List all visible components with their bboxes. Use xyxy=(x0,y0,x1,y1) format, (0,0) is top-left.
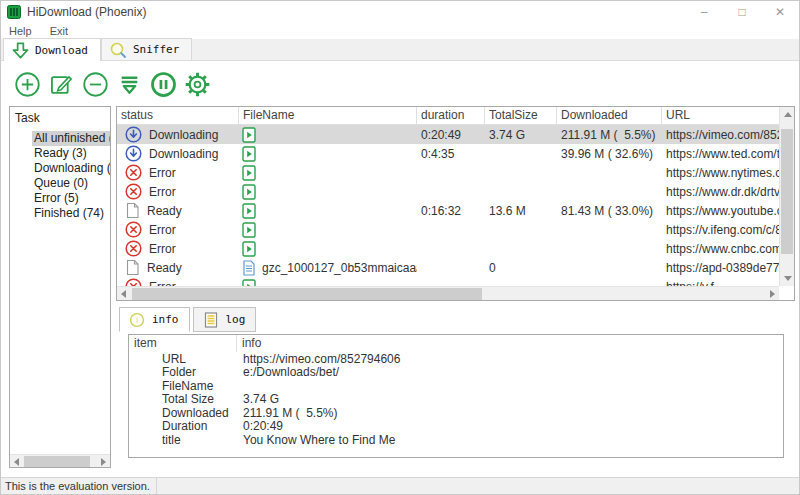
tab-log[interactable]: log xyxy=(193,307,257,332)
pause-all-button[interactable] xyxy=(150,71,177,98)
task-filter-label: All unfinished (10) xyxy=(32,131,111,146)
scrollbar-thumb[interactable] xyxy=(132,288,482,300)
url-value: https://www.cnbc.com/video xyxy=(666,242,779,256)
error-icon xyxy=(125,278,142,286)
status-cell: Error xyxy=(117,220,239,239)
info-row: Total Size3.74 G xyxy=(129,393,783,407)
remove-task-button[interactable] xyxy=(82,71,109,98)
task-filter-item[interactable]: Downloading (2) xyxy=(10,161,110,176)
column-header-status[interactable]: status xyxy=(117,107,239,124)
table-vertical-scrollbar[interactable] xyxy=(779,107,794,286)
status-cell: Error xyxy=(117,277,239,286)
filename-cell: gzc_1000127_0b53mmaicaaanyagli... xyxy=(239,258,417,277)
task-panel: Task All unfinished (10)Ready (3)Downloa… xyxy=(9,106,111,468)
menu-help[interactable]: Help xyxy=(9,25,32,37)
media-file-icon xyxy=(242,203,256,219)
tab-info[interactable]: info xyxy=(119,307,190,332)
edit-icon xyxy=(48,71,75,98)
status-label: Ready xyxy=(147,204,182,218)
duration-cell xyxy=(417,239,485,258)
tab-download[interactable]: Download xyxy=(3,38,101,61)
table-row[interactable]: Errorhttps://www.nytimes.com/vi xyxy=(117,163,779,182)
task-filter-item[interactable]: Ready (3) xyxy=(10,146,110,161)
downloaded-cell: 39.96 M ( 32.6%) xyxy=(557,144,662,163)
ready-icon xyxy=(125,259,140,276)
tab-sniffer[interactable]: Sniffer xyxy=(101,38,192,60)
menu-exit[interactable]: Exit xyxy=(50,25,68,37)
table-horizontal-scrollbar[interactable] xyxy=(117,286,779,300)
app-window: HiDownload (Phoenix) – □ ✕ Help Exit Dow… xyxy=(0,0,800,495)
info-row: URLhttps://vimeo.com/852794606 xyxy=(129,352,783,366)
task-filter-label: Queue (0) xyxy=(32,176,90,191)
url-value: https://vimeo.com/852794606 xyxy=(666,128,779,142)
downloaded-cell xyxy=(557,239,662,258)
column-header-url[interactable]: URL xyxy=(662,107,779,124)
url-cell: https://www.cnbc.com/video xyxy=(662,239,779,258)
add-task-button[interactable] xyxy=(14,71,41,98)
task-filter-item[interactable]: Error (5) xyxy=(10,191,110,206)
title-bar: HiDownload (Phoenix) – □ ✕ xyxy=(1,1,799,23)
scrollbar-thumb[interactable] xyxy=(24,456,90,467)
column-header-totalsize[interactable]: TotalSize xyxy=(485,107,557,124)
url-value: https://apd-0389de77382d2 xyxy=(666,261,779,275)
scroll-left-icon[interactable] xyxy=(121,290,126,298)
scroll-left-icon[interactable] xyxy=(14,458,19,466)
minimize-button[interactable]: – xyxy=(685,1,723,23)
close-button[interactable]: ✕ xyxy=(761,1,799,23)
totalsize-cell: 13.6 M xyxy=(485,201,557,220)
maximize-button[interactable]: □ xyxy=(723,1,761,23)
filename-cell xyxy=(239,163,417,182)
scrollbar-thumb[interactable] xyxy=(781,129,793,254)
totalsize-cell xyxy=(485,220,557,239)
scroll-right-icon[interactable] xyxy=(770,290,775,298)
totalsize-cell xyxy=(485,144,557,163)
table-row[interactable]: Ready0:16:3213.6 M81.43 M ( 33.0%)https:… xyxy=(117,201,779,220)
status-label: Error xyxy=(149,166,176,180)
column-header-filename[interactable]: FileName xyxy=(239,107,417,124)
downloaded-cell xyxy=(557,258,662,277)
column-header-downloaded[interactable]: Downloaded xyxy=(557,107,662,124)
scroll-right-icon[interactable] xyxy=(101,458,106,466)
duration-cell: 0:4:35 xyxy=(417,144,485,163)
scroll-up-icon[interactable] xyxy=(784,112,792,117)
tab-info-label: info xyxy=(152,313,179,326)
url-cell: https://apd-0389de77382d2 xyxy=(662,258,779,277)
pause-circle-icon xyxy=(150,71,177,98)
filename-cell xyxy=(239,220,417,239)
table-row[interactable]: Readygzc_1000127_0b53mmaicaaanyagli...0h… xyxy=(117,258,779,277)
url-cell: https://www.ted.com/talks/b xyxy=(662,144,779,163)
media-file-icon xyxy=(242,165,256,181)
window-title: HiDownload (Phoenix) xyxy=(27,5,146,19)
filename-cell xyxy=(239,125,417,144)
downloaded-value: 39.96 M ( 32.6%) xyxy=(561,147,653,161)
start-all-button[interactable] xyxy=(116,71,143,98)
magnifier-icon xyxy=(108,40,128,60)
table-row[interactable]: Errorhttps://www.dr.dk/drtv/se/k xyxy=(117,182,779,201)
info-row: Downloaded211.91 M ( 5.5%) xyxy=(129,406,783,420)
info-column-info: info xyxy=(237,335,783,352)
downloaded-cell xyxy=(557,182,662,201)
scroll-down-icon[interactable] xyxy=(784,276,792,281)
info-row: titleYou Know Where to Find Me xyxy=(129,433,783,447)
url-value: https://www.nytimes.com/vi xyxy=(666,166,779,180)
duration-cell: 0:16:32 xyxy=(417,201,485,220)
task-filter-item[interactable]: Finished (74) xyxy=(10,206,110,221)
table-row[interactable]: Errorhttps://www.cnbc.com/video xyxy=(117,239,779,258)
task-horizontal-scrollbar[interactable] xyxy=(10,454,110,467)
info-item-value: 3.74 G xyxy=(237,392,783,406)
column-header-duration[interactable]: duration xyxy=(417,107,485,124)
table-row[interactable]: Errorhttps://v.ifeng.com/c/8SKXt5 xyxy=(117,220,779,239)
status-label: Downloading xyxy=(149,147,218,161)
status-cell: Ready xyxy=(117,201,239,220)
table-row[interactable]: Downloading0:20:493.74 G211.91 M ( 5.5%)… xyxy=(117,125,779,144)
info-row: Foldere:/Downloads/bet/ xyxy=(129,366,783,380)
table-row[interactable]: Errorhttps://v.f xyxy=(117,277,779,286)
task-filter-label: Downloading (2) xyxy=(32,161,111,176)
task-filter-item[interactable]: Queue (0) xyxy=(10,176,110,191)
info-column-item: item xyxy=(129,335,237,352)
settings-button[interactable] xyxy=(184,71,211,98)
toolbar xyxy=(1,62,799,106)
table-row[interactable]: Downloading0:4:3539.96 M ( 32.6%)https:/… xyxy=(117,144,779,163)
task-filter-item[interactable]: All unfinished (10) xyxy=(10,131,110,146)
edit-task-button[interactable] xyxy=(48,71,75,98)
